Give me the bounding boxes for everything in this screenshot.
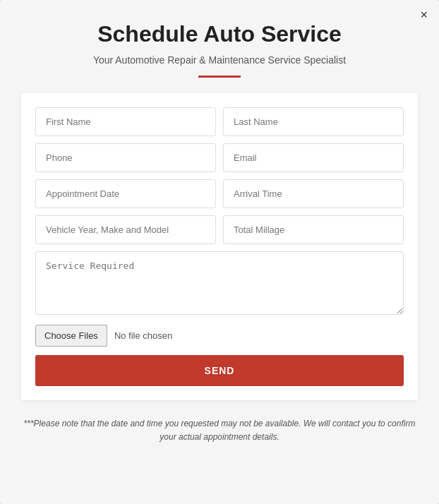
form-container: Choose Files No file chosen SEND (21, 93, 418, 400)
vehicle-row (35, 215, 404, 244)
send-button[interactable]: SEND (35, 355, 404, 386)
first-name-input[interactable] (35, 107, 216, 136)
title-divider (198, 76, 241, 78)
modal-container: × Schedule Auto Service Your Automotive … (0, 0, 439, 504)
file-row: Choose Files No file chosen (35, 325, 404, 347)
last-name-input[interactable] (223, 107, 404, 136)
datetime-row (35, 179, 404, 208)
service-textarea[interactable] (35, 251, 404, 315)
choose-files-button[interactable]: Choose Files (35, 325, 107, 347)
disclaimer-text: ***Please note that the date and time yo… (21, 417, 418, 444)
arrival-time-input[interactable] (223, 179, 404, 208)
vehicle-input[interactable] (35, 215, 216, 244)
appointment-date-input[interactable] (35, 179, 216, 208)
email-input[interactable] (223, 143, 404, 172)
service-row (35, 251, 404, 318)
phone-input[interactable] (35, 143, 216, 172)
close-button[interactable]: × (420, 8, 428, 21)
file-chosen-label: No file chosen (107, 330, 172, 341)
modal-subtitle: Your Automotive Repair & Maintenance Ser… (21, 54, 418, 66)
modal-title: Schedule Auto Service (21, 21, 418, 47)
name-row (35, 107, 404, 136)
contact-row (35, 143, 404, 172)
mileage-input[interactable] (223, 215, 404, 244)
